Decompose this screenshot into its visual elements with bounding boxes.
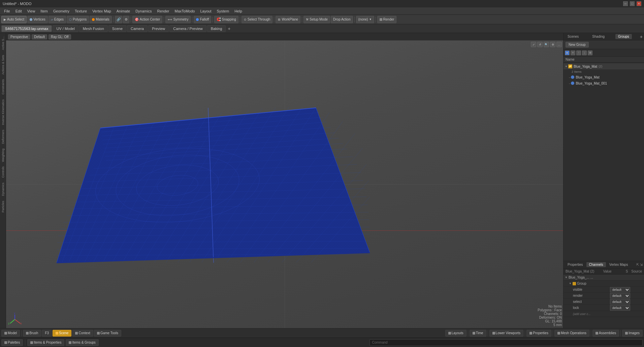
menu-help[interactable]: Help xyxy=(232,8,245,14)
menu-file[interactable]: File xyxy=(1,8,13,14)
sidebar-item-dynamics[interactable]: Dynamics xyxy=(1,181,5,198)
render-button[interactable]: Render xyxy=(377,16,397,23)
vp-icon-settings[interactable]: ⚙ xyxy=(550,42,555,47)
vp-icon-more[interactable]: … xyxy=(556,42,562,47)
gi-icon-4[interactable]: ↓ xyxy=(582,51,587,55)
sidebar-item-active-setups[interactable]: Active S... xyxy=(1,34,5,52)
ray-gl-button[interactable]: Ray GL: Off xyxy=(49,34,71,39)
vertices-button[interactable]: Vertices xyxy=(27,16,48,23)
menu-maxtomode[interactable]: MaxToModo xyxy=(172,8,198,14)
viewport-tab-preview[interactable]: Preview xyxy=(148,25,169,32)
vp-icon-search[interactable]: 🔍 xyxy=(544,42,549,47)
lower-viewports-button[interactable]: Lower Viewports xyxy=(489,330,524,337)
viewport-tab-baking[interactable]: Baking xyxy=(207,25,226,32)
close-button[interactable]: ✕ xyxy=(637,1,641,6)
gi-icon-1[interactable]: ■ xyxy=(565,51,570,55)
select-through-button[interactable]: ⊙ Select Through xyxy=(242,16,273,23)
snapping-button[interactable]: 🧲 Snapping xyxy=(214,16,238,23)
model-button[interactable]: Model xyxy=(1,330,20,337)
menu-system[interactable]: System xyxy=(214,8,232,14)
prop-row-select[interactable]: select default on off xyxy=(564,299,644,305)
prop-row-lock[interactable]: lock default on off xyxy=(564,305,644,311)
prop-row-group[interactable]: ▼ Group xyxy=(564,281,644,287)
mesh-operations-button[interactable]: Mesh Operations xyxy=(554,330,589,337)
tree-item-root[interactable]: ▼ 📁 Blue_Yoga_Mat (2) xyxy=(564,63,644,69)
menu-geometry[interactable]: Geometry xyxy=(51,8,72,14)
gi-icon-2[interactable]: ≡ xyxy=(571,51,575,55)
tab-scenes[interactable]: Scenes xyxy=(565,34,581,39)
palettes-button[interactable]: Palettes xyxy=(1,339,23,346)
viewport-tab-camera-preview[interactable]: Camera / Preview xyxy=(169,25,206,32)
sidebar-item-weighting[interactable]: Weighting xyxy=(1,147,5,164)
prop-row-root[interactable]: ▼ Blue_Yoga_... ... xyxy=(564,275,644,281)
menu-animate[interactable]: Animate xyxy=(114,8,133,14)
prop-row-visible[interactable]: visible default on off xyxy=(564,287,644,293)
tab-groups[interactable]: Groups xyxy=(615,34,632,39)
menu-edit[interactable]: Edit xyxy=(13,8,25,14)
polygons-button[interactable]: ⬡ Polygons xyxy=(67,16,89,23)
viewport-area[interactable]: Perspective Default Ray GL: Off ⤢ ↺ 🔍 ⚙ … xyxy=(6,33,563,328)
symmetry-button[interactable]: ⟺ Symmetry xyxy=(165,16,191,23)
scene-button[interactable]: Scene xyxy=(53,330,71,337)
assemblies-button[interactable]: Assemblies xyxy=(592,330,619,337)
layouts-button[interactable]: Layouts xyxy=(445,330,466,337)
context-button[interactable]: Context xyxy=(72,330,93,337)
edges-button[interactable]: ▱ Edges xyxy=(49,16,66,23)
default-button[interactable]: Default xyxy=(32,34,47,39)
tab-vertex-maps[interactable]: Vertex Maps xyxy=(607,262,631,267)
settings-icon-btn[interactable]: ⚙ xyxy=(123,16,129,23)
menu-render[interactable]: Render xyxy=(154,8,172,14)
brush-button[interactable]: Brush xyxy=(23,330,41,337)
maximize-button[interactable]: □ xyxy=(630,1,635,6)
prop-visible-select[interactable]: default on off xyxy=(610,287,630,292)
viewport-tab-0[interactable]: S46671751563:lay-unmax xyxy=(1,25,52,32)
workplane-button[interactable]: ⊞ WorkPlane xyxy=(276,16,300,23)
prop-row-render[interactable]: render default on off xyxy=(564,293,644,299)
prop-render-select[interactable]: default on off xyxy=(610,293,630,298)
menu-layout[interactable]: Layout xyxy=(197,8,214,14)
tab-shading[interactable]: Shading xyxy=(589,34,607,39)
tab-properties[interactable]: Properties xyxy=(565,262,586,267)
vp-icon-fullscreen[interactable]: ⤢ xyxy=(531,42,536,47)
3d-viewport-canvas[interactable]: X Z Y No Items Polygons : Face Channels:… xyxy=(6,40,563,328)
viewport-tab-uv-model[interactable]: UV / Model xyxy=(53,25,78,32)
viewport-tab-mesh-fusion[interactable]: Mesh Fusion xyxy=(79,25,108,32)
tree-item-child-1[interactable]: – Blue_Yoga_Mat xyxy=(564,74,644,80)
minimize-button[interactable]: ─ xyxy=(623,1,628,6)
add-tab-button[interactable]: + xyxy=(640,34,643,39)
new-group-button[interactable]: New Group xyxy=(566,42,589,48)
prop-row-add-user[interactable]: (add user c... xyxy=(564,311,644,317)
setup-mode-button[interactable]: ⚒ Setup Mode xyxy=(303,16,330,23)
tree-item-child-2[interactable]: – Blue_Yoga_Mat_001 xyxy=(564,80,644,86)
none-dropdown[interactable]: (none) ▼ xyxy=(356,16,374,23)
properties-button[interactable]: Properties xyxy=(526,330,551,337)
menu-vertex-map[interactable]: Vertex Map xyxy=(90,8,114,14)
action-center-button[interactable]: 🎯 Action Center xyxy=(132,16,163,23)
drop-action-button[interactable]: Drop Action xyxy=(331,16,353,23)
sidebar-item-controls[interactable]: Controls xyxy=(1,164,5,180)
viewport-tab-add[interactable]: + xyxy=(226,26,232,31)
images-button[interactable]: Images xyxy=(622,330,643,337)
viewport-tab-camera[interactable]: Camera xyxy=(127,25,148,32)
viewport-tab-scene[interactable]: Scene xyxy=(108,25,126,32)
vp-icon-camera[interactable]: ↺ xyxy=(537,42,543,47)
sidebar-item-constraints[interactable]: Constraints xyxy=(1,77,5,97)
gi-icon-5[interactable]: ⊞ xyxy=(588,51,592,55)
sidebar-item-inverse-kinematics[interactable]: Inverse Kinematics xyxy=(1,97,5,127)
time-button[interactable]: Time xyxy=(470,330,486,337)
tab-channels[interactable]: Channels xyxy=(586,262,606,267)
menu-view[interactable]: View xyxy=(25,8,38,14)
menu-dynamics[interactable]: Dynamics xyxy=(133,8,154,14)
f3-button[interactable]: F3 xyxy=(42,330,52,337)
materials-button[interactable]: Materials xyxy=(90,16,112,23)
falloff-button[interactable]: Falloff xyxy=(194,16,211,23)
items-properties-button[interactable]: Items & Properties xyxy=(27,339,64,346)
menu-texture[interactable]: Texture xyxy=(72,8,90,14)
command-input[interactable]: Command xyxy=(369,339,643,346)
menu-item[interactable]: Item xyxy=(38,8,50,14)
sidebar-item-actions-sets[interactable]: Actions & Sets xyxy=(1,53,5,77)
prop-select-select[interactable]: default on off xyxy=(610,299,630,305)
game-tools-button[interactable]: Game Tools xyxy=(94,330,121,337)
perspective-button[interactable]: Perspective xyxy=(8,34,30,39)
prop-lock-select[interactable]: default on off xyxy=(610,305,630,311)
